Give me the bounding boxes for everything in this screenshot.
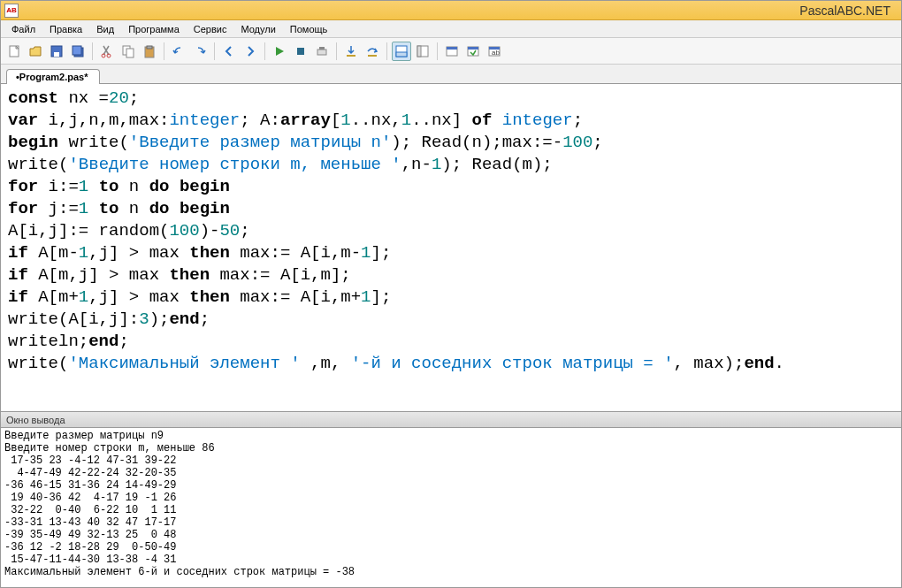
code-text: max:= A[i,m- bbox=[230, 243, 361, 263]
kw-if: if bbox=[8, 265, 28, 285]
kw-do: do bbox=[149, 177, 170, 196]
kw-then: then bbox=[189, 243, 230, 263]
svg-rect-17 bbox=[396, 52, 407, 57]
kw-then: then bbox=[169, 265, 210, 285]
code-text: nx = bbox=[58, 88, 109, 108]
code-text: write( bbox=[8, 155, 68, 174]
open-file-icon[interactable] bbox=[26, 42, 45, 61]
separator bbox=[92, 42, 93, 60]
cut-icon[interactable] bbox=[97, 42, 117, 61]
titlebar: AB PascalABC.NET bbox=[1, 1, 901, 20]
code-text: n bbox=[118, 199, 149, 218]
undo-icon[interactable] bbox=[169, 42, 188, 61]
svg-rect-15 bbox=[368, 55, 377, 57]
window2-icon[interactable] bbox=[463, 42, 483, 61]
num: 1 bbox=[79, 243, 88, 263]
code-text: j:= bbox=[38, 199, 79, 218]
redo-icon[interactable] bbox=[190, 42, 210, 61]
code-text: ]; bbox=[371, 243, 392, 263]
code-text: write( bbox=[8, 354, 68, 373]
code-text: nx, bbox=[371, 111, 401, 130]
num: 1 bbox=[79, 199, 88, 218]
code-text: write(A[i,j]: bbox=[8, 309, 139, 329]
compile-icon[interactable] bbox=[312, 42, 332, 61]
kw-for: for bbox=[8, 177, 38, 196]
menu-service[interactable]: Сервис bbox=[187, 22, 234, 36]
code-text: i,j,n,m,max: bbox=[38, 111, 169, 130]
save-all-icon[interactable] bbox=[68, 42, 88, 61]
menu-modules[interactable]: Модули bbox=[233, 22, 282, 36]
code-text: ,m, bbox=[301, 354, 351, 373]
separator bbox=[164, 42, 164, 60]
num: 50 bbox=[219, 221, 240, 241]
num: 100 bbox=[562, 133, 592, 152]
menu-file[interactable]: Файл bbox=[4, 22, 42, 36]
step-into-icon[interactable] bbox=[341, 42, 361, 61]
save-icon[interactable] bbox=[47, 42, 66, 61]
svg-text:ab: ab bbox=[492, 49, 500, 57]
num: 1 bbox=[361, 287, 371, 307]
svg-rect-10 bbox=[147, 46, 152, 49]
separator bbox=[386, 42, 387, 60]
nav-back-icon[interactable] bbox=[219, 42, 239, 61]
code-text: ,j] > max bbox=[88, 287, 189, 307]
code-text: ; bbox=[240, 221, 249, 241]
svg-rect-12 bbox=[317, 50, 326, 55]
menu-view[interactable]: Вид bbox=[89, 22, 121, 36]
num: 3 bbox=[139, 309, 149, 329]
kw-if: if bbox=[8, 243, 28, 263]
svg-rect-21 bbox=[447, 47, 457, 50]
type-integer: integer bbox=[169, 111, 240, 130]
svg-rect-13 bbox=[319, 47, 325, 50]
paste-icon[interactable] bbox=[140, 42, 159, 61]
kw-to: to bbox=[99, 199, 119, 218]
run-icon[interactable] bbox=[270, 42, 289, 61]
svg-rect-11 bbox=[297, 48, 304, 55]
kw-of: of bbox=[472, 111, 493, 130]
svg-rect-4 bbox=[73, 46, 81, 55]
panel2-icon[interactable] bbox=[413, 42, 432, 61]
svg-rect-23 bbox=[468, 47, 478, 50]
kw-const: const bbox=[8, 88, 58, 108]
nav-forward-icon[interactable] bbox=[241, 42, 260, 61]
panel-icon[interactable] bbox=[392, 42, 411, 61]
code-text: .. bbox=[351, 111, 371, 130]
code-editor[interactable]: const nx =20; var i,j,n,m,max:integer; A… bbox=[1, 84, 901, 412]
string: '-й и соседних строк матрицы = ' bbox=[351, 354, 674, 373]
code-text: ; bbox=[592, 133, 602, 152]
code-text: ; A: bbox=[240, 111, 280, 130]
num: 20 bbox=[109, 88, 129, 108]
svg-rect-14 bbox=[347, 55, 355, 57]
num: 1 bbox=[361, 243, 371, 263]
code-text: n bbox=[118, 177, 149, 196]
code-text: ,j] > max bbox=[88, 243, 189, 263]
menu-program[interactable]: Программа bbox=[121, 22, 187, 36]
copy-icon[interactable] bbox=[118, 42, 138, 61]
new-file-icon[interactable] bbox=[4, 42, 24, 61]
type-integer: integer bbox=[502, 111, 573, 130]
num: 1 bbox=[401, 111, 411, 130]
separator bbox=[437, 42, 438, 60]
code-text: ; bbox=[573, 111, 583, 130]
stop-icon[interactable] bbox=[291, 42, 310, 61]
code-text: ]; bbox=[371, 287, 392, 307]
num: 1 bbox=[79, 177, 88, 196]
svg-rect-19 bbox=[417, 46, 421, 57]
tabstrip: •Program2.pas* bbox=[1, 65, 901, 84]
code-text: A[i,j]:= random( bbox=[8, 221, 169, 241]
menu-help[interactable]: Помощь bbox=[283, 22, 335, 36]
app-icon: AB bbox=[4, 4, 19, 18]
tab-program2[interactable]: •Program2.pas* bbox=[6, 69, 100, 84]
output-window[interactable]: Введите размер матрицы n9 Введите номер … bbox=[1, 428, 901, 587]
kw-if: if bbox=[8, 287, 28, 307]
kw-then: then bbox=[189, 287, 230, 307]
code-text: , max); bbox=[674, 354, 745, 373]
menu-edit[interactable]: Правка bbox=[42, 22, 89, 36]
step-over-icon[interactable] bbox=[363, 42, 382, 61]
kw-array: array bbox=[280, 111, 331, 130]
window1-icon[interactable] bbox=[442, 42, 462, 61]
code-text: ] bbox=[452, 111, 472, 130]
code-text: A[m+ bbox=[28, 287, 79, 307]
window3-icon[interactable]: ab bbox=[485, 42, 504, 61]
num: 1 bbox=[340, 111, 350, 130]
